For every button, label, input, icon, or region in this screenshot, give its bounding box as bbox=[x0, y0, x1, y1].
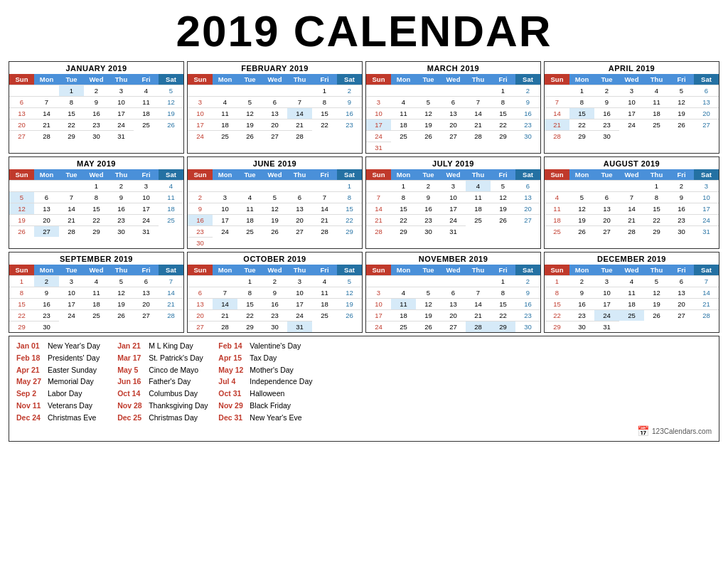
day-cell-empty bbox=[59, 180, 84, 191]
day-cell: 30 bbox=[669, 225, 694, 237]
day-cell: 17 bbox=[366, 119, 391, 130]
day-cell: 7 bbox=[159, 275, 183, 287]
day-cell: 25 bbox=[134, 119, 159, 130]
month-block: SEPTEMBER 2019SunMonTueWedThuFriSat12345… bbox=[9, 252, 184, 333]
day-header-cell: Wed bbox=[262, 169, 287, 180]
day-cell: 4 bbox=[391, 287, 416, 298]
holiday-name: Father's Day bbox=[149, 376, 191, 388]
day-cell: 14 bbox=[466, 298, 491, 309]
day-cell: 10 bbox=[213, 203, 237, 214]
day-cell: 27 bbox=[9, 130, 34, 142]
holiday-date: Feb 18 bbox=[16, 353, 43, 364]
day-cell: 14 bbox=[466, 107, 491, 119]
day-header-cell: Sat bbox=[337, 265, 362, 275]
day-cell: 9 bbox=[416, 191, 441, 203]
holiday-name: Veterans Day bbox=[48, 400, 92, 412]
holiday-name: Columbus Day bbox=[149, 388, 198, 400]
day-cell: 8 bbox=[491, 96, 515, 107]
day-header-cell: Thu bbox=[109, 169, 134, 180]
day-cell: 29 bbox=[337, 225, 362, 237]
day-cell: 13 bbox=[594, 203, 619, 214]
day-header-cell: Sun bbox=[545, 265, 569, 275]
day-cell-empty bbox=[188, 85, 213, 96]
day-header-cell: Tue bbox=[594, 74, 619, 85]
day-cell: 10 bbox=[287, 287, 312, 298]
holiday-date: Nov 29 bbox=[218, 400, 245, 412]
day-cell: 14 bbox=[213, 298, 237, 309]
day-cell: 14 bbox=[287, 107, 312, 119]
day-cell: 12 bbox=[159, 96, 183, 107]
holiday-row: Nov 29Black Friday bbox=[218, 400, 312, 412]
day-cell: 20 bbox=[34, 214, 59, 225]
day-cell: 3 bbox=[213, 191, 237, 203]
day-cell-empty bbox=[416, 275, 441, 287]
day-header-cell: Sat bbox=[694, 169, 719, 180]
days-grid: 1234567891011121314151617181920212223242… bbox=[188, 275, 362, 332]
month-title: MAY 2019 bbox=[9, 157, 183, 169]
day-cell: 28 bbox=[213, 321, 237, 332]
day-cell: 27 bbox=[262, 130, 287, 142]
day-cell: 24 bbox=[694, 214, 719, 225]
day-cell-empty bbox=[466, 275, 491, 287]
day-cell-empty bbox=[366, 275, 391, 287]
day-cell: 18 bbox=[466, 203, 491, 214]
day-cell: 13 bbox=[694, 96, 719, 107]
day-header-cell: Sat bbox=[515, 74, 540, 85]
day-cell: 2 bbox=[594, 85, 619, 96]
day-cell: 8 bbox=[237, 287, 262, 298]
day-cell: 16 bbox=[84, 107, 109, 119]
day-cell: 6 bbox=[694, 85, 719, 96]
day-cell: 7 bbox=[366, 191, 391, 203]
day-cell: 9 bbox=[84, 96, 109, 107]
day-cell: 12 bbox=[262, 203, 287, 214]
day-cell: 26 bbox=[416, 321, 441, 332]
days-grid: 1234567891011121314151617181920212223242… bbox=[9, 275, 183, 332]
holiday-row: May 5Cinco de Mayo bbox=[117, 365, 211, 376]
day-cell-empty bbox=[441, 275, 466, 287]
day-cell: 10 bbox=[188, 107, 213, 119]
day-cell: 25 bbox=[644, 119, 669, 130]
day-cell: 2 bbox=[669, 180, 694, 191]
month-title: SEPTEMBER 2019 bbox=[9, 252, 183, 265]
day-cell: 14 bbox=[312, 203, 337, 214]
holiday-name: Memorial Day bbox=[48, 376, 94, 388]
day-cell: 13 bbox=[669, 287, 694, 298]
day-cell: 5 bbox=[9, 191, 34, 203]
day-cell: 16 bbox=[262, 298, 287, 309]
day-cell: 20 bbox=[515, 203, 540, 214]
day-cell: 20 bbox=[694, 107, 719, 119]
day-cell: 28 bbox=[619, 225, 644, 237]
day-cell: 26 bbox=[491, 214, 515, 225]
day-cell: 13 bbox=[9, 107, 34, 119]
day-cell: 20 bbox=[262, 119, 287, 130]
day-cell: 22 bbox=[569, 119, 594, 130]
day-cell: 9 bbox=[109, 191, 134, 203]
day-cell: 25 bbox=[312, 309, 337, 321]
day-cell: 15 bbox=[337, 203, 362, 214]
day-header-cell: Sun bbox=[366, 74, 391, 85]
day-cell: 24 bbox=[441, 214, 466, 225]
day-cell: 8 bbox=[84, 191, 109, 203]
day-cell: 31 bbox=[366, 142, 391, 153]
day-cell: 4 bbox=[619, 275, 644, 287]
day-cell: 31 bbox=[694, 225, 719, 237]
day-cell: 9 bbox=[569, 287, 594, 298]
day-cell-empty bbox=[441, 85, 466, 96]
day-cell: 24 bbox=[287, 309, 312, 321]
day-cell: 28 bbox=[466, 321, 491, 332]
day-header-cell: Mon bbox=[213, 169, 237, 180]
holiday-row: May 27Memorial Day bbox=[16, 376, 110, 388]
day-cell: 28 bbox=[59, 225, 84, 237]
day-cell: 24 bbox=[213, 225, 237, 237]
day-cell: 29 bbox=[9, 321, 34, 332]
day-cell: 3 bbox=[287, 275, 312, 287]
day-header-row: SunMonTueWedThuFriSat bbox=[545, 74, 719, 85]
day-cell: 22 bbox=[84, 214, 109, 225]
day-cell: 3 bbox=[188, 96, 213, 107]
holidays-grid: Jan 01New Year's DayFeb 18Presidents' Da… bbox=[16, 341, 312, 423]
day-cell: 7 bbox=[287, 96, 312, 107]
day-cell: 14 bbox=[619, 203, 644, 214]
day-cell: 14 bbox=[366, 203, 391, 214]
day-header-cell: Thu bbox=[466, 169, 491, 180]
day-header-cell: Sun bbox=[9, 169, 34, 180]
